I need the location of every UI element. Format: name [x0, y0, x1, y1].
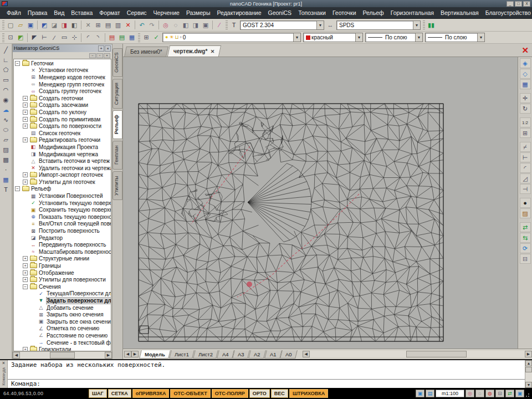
redo-icon[interactable]: ↷ — [147, 21, 157, 30]
tree-expander-icon[interactable]: − — [15, 61, 20, 66]
doc-tab-1[interactable]: чертеж.dwg*✕ — [167, 45, 221, 57]
tree-item-18[interactable]: −Рельеф — [14, 186, 111, 193]
toggle-отс-объект[interactable]: ОТС-ОБЪЕКТ — [170, 389, 210, 398]
tree-item-21[interactable]: ▣Сохранить текущую поверхность — [14, 206, 111, 213]
canvas-hscrollbar[interactable]: ◀ ▶ — [303, 351, 532, 357]
tree-expander-icon[interactable]: + — [23, 110, 28, 115]
toggle-отс-поляр[interactable]: ОТС-ПОЛЯР — [212, 389, 248, 398]
tab-close-icon[interactable]: ✕ — [211, 49, 215, 54]
cmd-scroll-up-icon[interactable]: ▲ — [525, 360, 532, 366]
paste-block-icon[interactable]: ▥ — [113, 21, 123, 30]
tree-item-1[interactable]: ✕Установки геоточек — [14, 67, 111, 74]
layout-tab-модель[interactable]: Модель — [139, 350, 171, 359]
hscroll-left-icon[interactable]: ◀ — [303, 351, 310, 357]
bulb-icon[interactable]: ● — [165, 35, 168, 40]
menu-item-9[interactable]: GeoniCS — [265, 8, 295, 17]
tree-expander-icon[interactable]: + — [23, 117, 28, 122]
hatch-tool-icon[interactable]: ▨ — [1, 145, 11, 155]
tree-item-26[interactable]: ↔Передвинуть поверхность — [14, 241, 111, 248]
cmd-scroll-track[interactable] — [525, 366, 532, 382]
tree-expander-icon[interactable]: + — [23, 103, 28, 108]
tree-item-40[interactable]: →Сечение - в текстовый файл — [14, 339, 111, 346]
zoom-icon[interactable]: ◌ — [171, 21, 181, 30]
toolbar-grip[interactable] — [2, 33, 4, 42]
tree-item-14[interactable]: △Вставить геоточки в чертеж — [14, 157, 111, 165]
toolbar-grip[interactable] — [423, 21, 425, 29]
magnifier-icon[interactable]: ◌ — [475, 390, 484, 397]
break-icon[interactable]: ⊣ — [520, 184, 531, 194]
chevron-down-icon[interactable]: ▼ — [355, 33, 362, 42]
polygon-tool-icon[interactable]: ⬠ — [1, 65, 11, 75]
drawing-canvas[interactable] — [123, 57, 518, 349]
tree-item-20[interactable]: ✓Установить текущую поверхность — [14, 200, 111, 207]
scroll-track[interactable] — [20, 352, 105, 359]
layout-tab-a4[interactable]: A4 — [217, 350, 234, 359]
tree-item-15[interactable]: ✕Удалить геоточки из чертежа — [14, 165, 111, 172]
tree-expander-icon[interactable]: + — [23, 270, 28, 275]
layout-tab-a2[interactable]: A2 — [248, 350, 265, 359]
toggle-вес[interactable]: ВЕС — [271, 389, 288, 398]
mini-button-0[interactable]: − — [89, 53, 96, 58]
eraser-icon[interactable]: ◎ — [466, 390, 474, 397]
toggle-опривязка[interactable]: оПРИВЯЗКА — [132, 389, 170, 398]
menu-item-14[interactable]: Вертикальная — [437, 8, 482, 17]
arc-tool-2-icon[interactable]: ◝ — [93, 33, 103, 42]
table-tool-icon[interactable]: ▦ — [1, 175, 11, 185]
pan-realtime-icon[interactable]: ◇ — [520, 69, 531, 79]
tree-item-5[interactable]: +Создать геоточки — [14, 95, 111, 102]
layer-color-icon[interactable]: ▫ — [180, 35, 182, 40]
vtab-geonics[interactable]: GeoniCS — [112, 48, 122, 77]
tree-expander-icon[interactable]: + — [23, 180, 28, 185]
tree-item-17[interactable]: +Утилиты для геоточек — [14, 178, 111, 186]
tree-item-33[interactable]: ✓Текущая/Поверхности для сеч — [14, 290, 111, 298]
regen-icon[interactable]: ⇄ — [520, 222, 531, 232]
hscroll-track[interactable] — [310, 351, 525, 357]
tree-expander-icon[interactable]: − — [23, 284, 28, 289]
sun-icon[interactable]: ☀ — [169, 35, 173, 40]
hscroll-right-icon[interactable]: ▶ — [525, 351, 532, 357]
tree-item-9[interactable]: +Создать по поверхности — [14, 122, 111, 130]
copy-properties-icon[interactable]: ⊡ — [6, 33, 16, 42]
point-tool-icon[interactable]: · — [1, 165, 11, 175]
rectangle-tool-icon[interactable]: ▭ — [1, 75, 11, 85]
tree-item-34[interactable]: ▼Задать поверхности для с — [14, 297, 111, 304]
layout-tab-лист2[interactable]: Лист2 — [193, 350, 218, 359]
tree-expander-icon[interactable]: + — [23, 263, 28, 268]
tree-item-27[interactable]: ≈Масштабировать поверхность — [14, 248, 111, 255]
circle-tool-icon[interactable]: ◉ — [1, 95, 11, 105]
trim-icon[interactable]: ⌿ — [520, 142, 531, 152]
tree-expander-icon[interactable]: + — [23, 347, 28, 351]
vtab-ситуация[interactable]: Ситуация — [112, 79, 122, 109]
move-icon[interactable]: ✛ — [520, 93, 531, 103]
dim-style-icon[interactable]: ↔ — [325, 21, 335, 30]
cloud-tool-icon[interactable]: ☁ — [1, 105, 11, 115]
menu-item-15[interactable]: Благоустройство — [482, 8, 532, 17]
measure-icon[interactable]: ⊢ — [39, 33, 49, 42]
undo-icon[interactable]: ↶ — [137, 21, 147, 30]
tree-expander-icon[interactable]: + — [23, 277, 28, 282]
monitor-icon[interactable]: ▣ — [515, 390, 524, 397]
layout-tab-a1[interactable]: A1 — [264, 350, 282, 359]
arc-tool-icon[interactable]: ◜ — [83, 33, 93, 42]
layout-tab-лист1[interactable]: Лист1 — [169, 350, 195, 359]
text-style-icon[interactable]: T — [229, 21, 239, 30]
ellipse-tool-icon[interactable]: ⬭ — [1, 125, 11, 135]
tree-item-31[interactable]: +Утилиты для поверхности — [14, 276, 111, 283]
toolbar-grip[interactable] — [2, 21, 4, 29]
menu-item-1[interactable]: Правка — [24, 8, 50, 17]
command-close-icon[interactable]: × — [2, 360, 5, 366]
menu-item-10[interactable]: Топознаки — [295, 8, 329, 17]
layout-prev-icon[interactable]: ◀ — [124, 351, 131, 357]
tree-item-10[interactable]: ▤Список геоточек — [14, 130, 111, 137]
menu-item-5[interactable]: Сервис — [124, 8, 150, 17]
tree-item-37[interactable]: ▣Закрыть все окна сечений — [14, 318, 111, 325]
chevron-down-icon[interactable]: ▼ — [477, 33, 484, 42]
tree-item-35[interactable]: △Добавить сечение — [14, 304, 111, 311]
windows-stack-icon[interactable]: ⊟ — [495, 390, 504, 397]
lineweight-combo[interactable]: По слою▼ — [425, 33, 485, 42]
chevron-down-icon[interactable]: ▼ — [293, 33, 300, 42]
tree-item-29[interactable]: +Границы — [14, 262, 111, 269]
chamfer-icon[interactable]: ◿ — [520, 173, 531, 183]
layout-next-icon[interactable]: ▶ — [131, 351, 139, 357]
menu-item-3[interactable]: Вставка — [68, 8, 96, 17]
